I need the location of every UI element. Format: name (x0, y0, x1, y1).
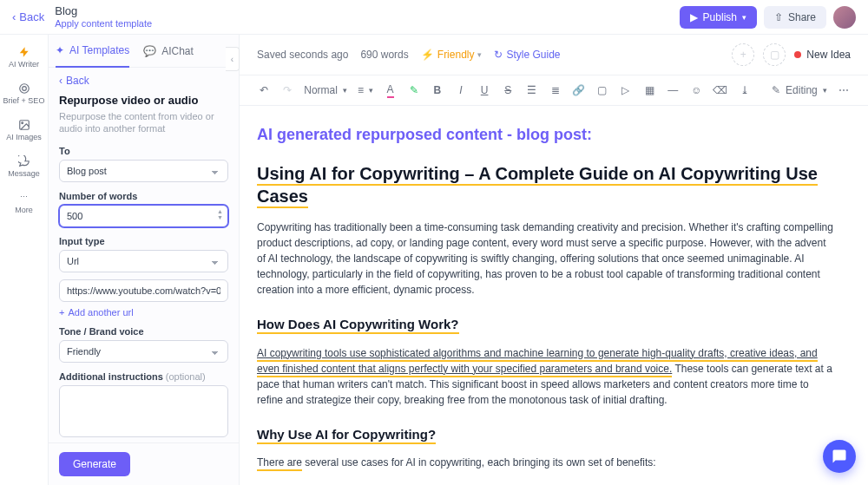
align-select[interactable]: ≡▾ (358, 84, 373, 96)
new-idea-label: New Idea (806, 49, 851, 61)
apply-template-link[interactable]: Apply content template (55, 18, 152, 29)
plus-icon: + (59, 307, 64, 318)
left-nav: AI Writer Brief + SEO AI Images Message … (0, 35, 49, 485)
emoji-button[interactable]: ☺ (690, 83, 703, 97)
tone-label: Tone / Brand voice (59, 326, 228, 337)
align-left-icon: ≡ (358, 84, 364, 96)
doc-h3: How Does AI Copywriting Work? (257, 315, 833, 335)
style-label: Normal (304, 84, 338, 96)
tab-ai-chat[interactable]: 💬 AIChat (143, 35, 194, 68)
nav-brief-seo[interactable]: Brief + SEO (3, 82, 45, 106)
nav-message[interactable]: Message (8, 154, 40, 179)
add-user-dashed[interactable]: + (732, 43, 754, 66)
input-type-select[interactable]: Url (59, 250, 228, 272)
image-icon (17, 118, 31, 132)
editor-toolbar: ↶ ↷ Normal ▾ ≡▾ A ✎ B I U S ☰ ≣ 🔗 ▢ ▷ ▦ … (240, 75, 868, 106)
words-input[interactable] (59, 205, 228, 227)
tone-dropdown[interactable]: ⚡ Friendly ▾ (421, 49, 483, 61)
to-select[interactable]: Blog post (59, 160, 228, 182)
avatar[interactable] (833, 6, 856, 29)
share-button[interactable]: ⇧ Share (764, 6, 826, 29)
italic-button[interactable]: I (454, 83, 467, 97)
highlight-button[interactable]: ✎ (407, 83, 420, 97)
image-icon: ▢ (770, 49, 779, 61)
editor: Saved seconds ago 690 words ⚡ Friendly ▾… (240, 35, 868, 485)
template-desc: Repurpose the content from video or audi… (59, 110, 228, 135)
style-guide-link[interactable]: ↻ Style Guide (494, 49, 560, 61)
url-input[interactable] (59, 279, 228, 302)
editing-mode-select[interactable]: ✎ Editing ▾ (772, 84, 827, 96)
dots-icon: ⋯ (16, 191, 30, 205)
table-button[interactable]: ▦ (643, 83, 656, 97)
paragraph-style-select[interactable]: Normal ▾ (304, 84, 347, 96)
nav-ai-writer[interactable]: AI Writer (9, 45, 39, 69)
text-color-button[interactable]: A (384, 83, 397, 97)
clear-format-button[interactable]: ⌫ (713, 83, 727, 97)
nav-label: AI Writer (9, 61, 39, 69)
page-title-block: Blog Apply content template (55, 5, 152, 28)
nav-label: More (15, 206, 33, 215)
undo-button[interactable]: ↶ (257, 83, 270, 97)
new-idea-button[interactable]: New Idea (794, 49, 851, 61)
publish-button[interactable]: ▶ Publish ▾ (680, 6, 757, 29)
page-title: Blog (55, 5, 152, 17)
refresh-icon: ↻ (494, 49, 503, 61)
tab-label: AIChat (161, 45, 194, 57)
publish-label: Publish (703, 11, 737, 23)
link-button[interactable]: 🔗 (572, 83, 585, 97)
bullet-list-button[interactable]: ☰ (525, 83, 538, 97)
chat-bubble-icon: 💬 (143, 45, 156, 57)
words-label: Number of words (59, 191, 228, 201)
chat-fab[interactable] (823, 440, 856, 473)
upload-icon: ⇧ (774, 11, 783, 23)
nav-ai-images[interactable]: AI Images (6, 118, 42, 142)
export-button[interactable]: ⤓ (738, 83, 751, 97)
underline-button[interactable]: U (478, 83, 491, 97)
to-label: To (59, 146, 228, 156)
svg-point-3 (21, 122, 23, 124)
bolt-icon (17, 45, 31, 59)
doc-paragraph: There are several use cases for AI in co… (257, 455, 833, 470)
play-icon: ▶ (690, 11, 698, 23)
chevron-down-icon: ▾ (343, 86, 347, 95)
doc-h2: Using AI for Copywriting – A Complete Gu… (257, 162, 833, 207)
collapse-panel-button[interactable]: ‹ (226, 47, 240, 71)
tab-ai-templates[interactable]: ✦ AI Templates (56, 35, 129, 68)
numbered-list-button[interactable]: ≣ (549, 83, 562, 97)
add-url-link[interactable]: + Add another url (59, 307, 228, 318)
panel-back-link[interactable]: ‹ Back (59, 75, 228, 87)
back-link[interactable]: ‹ Back (12, 10, 44, 23)
sparkle-icon: ✦ (56, 44, 64, 56)
style-guide-label: Style Guide (506, 49, 560, 61)
additional-label: Additional instructions (optional) (59, 371, 228, 382)
generate-button[interactable]: Generate (59, 452, 130, 476)
target-icon (17, 82, 31, 95)
redo-button[interactable]: ↷ (280, 83, 293, 97)
image-dashed[interactable]: ▢ (763, 43, 786, 66)
template-title: Repurpose video or audio (59, 94, 228, 107)
chevron-left-icon: ‹ (12, 10, 16, 23)
hr-button[interactable]: — (667, 83, 680, 97)
bold-button[interactable]: B (431, 83, 444, 97)
doc-heading-purple: AI generated repurposed content - blog p… (257, 123, 833, 147)
svg-point-1 (22, 87, 26, 91)
tone-select[interactable]: Friendly (59, 340, 228, 363)
number-spinner[interactable]: ▲▼ (217, 208, 223, 220)
bolt-icon: ⚡ (421, 49, 434, 61)
share-label: Share (788, 11, 816, 23)
image-button[interactable]: ▢ (595, 83, 608, 97)
code-button[interactable]: ▷ (619, 83, 632, 97)
additional-textarea[interactable] (59, 385, 228, 437)
more-button[interactable]: ⋯ (838, 83, 851, 97)
nav-label: Message (8, 170, 40, 179)
side-panel: ‹ ✦ AI Templates 💬 AIChat ‹ Back Repurpo… (49, 35, 240, 485)
back-label: Back (19, 10, 44, 23)
chevron-down-icon: ▾ (742, 13, 746, 22)
pencil-icon: ✎ (772, 84, 780, 96)
document-body[interactable]: AI generated repurposed content - blog p… (240, 106, 868, 485)
saved-status: Saved seconds ago (257, 49, 348, 61)
strikethrough-button[interactable]: S (502, 83, 515, 97)
doc-paragraph: AI copywriting tools use sophisticated a… (257, 345, 833, 408)
nav-more[interactable]: ⋯ More (15, 191, 33, 215)
svg-point-0 (19, 84, 29, 94)
